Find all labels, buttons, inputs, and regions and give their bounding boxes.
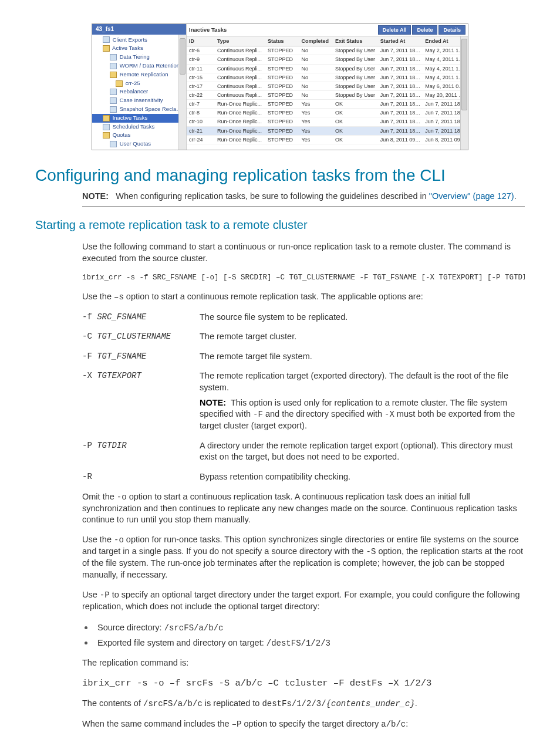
tree-item[interactable]: Quotas [92,131,186,140]
tree-item[interactable]: Case Insensitivity [92,96,186,105]
table-cell: Jun 7, 2011 18:3... [378,64,423,73]
nav-tree: 43_fs1 Client Exports Active Tasks Data … [92,24,187,150]
folder-icon [110,72,117,78]
table-cell: Stopped By User [333,73,378,82]
tree-item[interactable]: Active Tasks [92,44,186,53]
body-text: The replication command is: [82,657,525,669]
column-header[interactable]: Completed [299,36,333,46]
column-header[interactable]: ID [187,36,215,46]
table-cell: Continuous Repli... [215,46,265,55]
tree-item[interactable]: Scheduled Tasks [92,123,186,131]
table-cell: Continuous Repli... [215,73,265,82]
body-text: Use -P to specify an optional target dir… [82,589,525,612]
box-icon [103,36,110,43]
table-cell: No [299,73,333,82]
option-row: -RBypass retention compatibility checkin… [82,471,525,483]
body-text: Omit the -o option to start a continuous… [82,491,525,526]
panel-title: Inactive Tasks [189,26,227,34]
table-cell: Continuous Repli... [215,90,265,99]
table-cell: Stopped By User [333,90,378,99]
table-cell: STOPPED [265,55,299,64]
tree-item[interactable]: Rebalancer [92,87,186,96]
column-header[interactable]: Status [265,36,299,46]
column-header[interactable]: Exit Status [333,36,378,46]
column-header[interactable]: Type [215,36,265,46]
tree-item[interactable]: Snapshot Space Reclamation [92,105,186,114]
option-flag: -R [82,471,200,482]
tree-item[interactable]: crr-25 [92,79,186,88]
table-row[interactable]: ctr-10Run-Once Replic...STOPPEDYesOKJun … [187,117,468,126]
table-cell: Yes [299,135,333,144]
table-row[interactable]: ctr-15Continuous Repli...STOPPEDNoStoppe… [187,73,468,82]
table-cell: Run-Once Replic... [215,126,265,135]
table-row[interactable]: ctr-21Run-Once Replic...STOPPEDYesOKJun … [187,126,468,135]
tree-item[interactable]: Inactive Tasks [92,114,186,123]
table-row[interactable]: ctr-17Continuous Repli...STOPPEDNoStoppe… [187,82,468,90]
option-desc: A directory under the remote replication… [200,440,525,463]
table-row[interactable]: ctr-9Continuous Repli...STOPPEDNoStopped… [187,55,468,64]
box-icon [110,54,117,60]
section-heading: Configuring and managing replication tas… [35,164,525,187]
delete-button[interactable]: Delete [412,25,437,35]
table-cell: Jun 7, 2011 18:3... [378,90,423,99]
table-cell: Yes [299,109,333,117]
table-cell: ctr-21 [187,126,215,135]
tree-item[interactable]: Remote Replication [92,70,186,79]
table-row[interactable]: ctr-7Run-Once Replic...STOPPEDYesOKJun 7… [187,100,468,109]
option-desc: The remote replication target (exported … [200,370,525,431]
bullet-list: Source directory: /srcFS/a/b/cExported f… [94,621,525,649]
table-cell: Jun 7, 2011 18:3... [378,55,423,64]
table-cell: ctr-6 [187,46,215,55]
table-cell: OK [333,117,378,126]
overview-link[interactable]: "Overview" (page 127) [429,191,514,201]
tree-item[interactable]: User Quotas [92,140,186,148]
table-cell: Yes [299,126,333,135]
table-cell: Stopped By User [333,64,378,73]
table-row[interactable]: ctr-6Continuous Repli...STOPPEDNoStopped… [187,46,468,55]
tree-item[interactable]: Data Tiering [92,53,186,62]
table-cell: Jun 7, 2011 18:3... [378,73,423,82]
intro-paragraph: Use the following command to start a con… [82,241,525,264]
table-cell: ctr-22 [187,90,215,99]
folder-icon [103,115,110,121]
table-scrollbar[interactable] [460,36,468,149]
command-example: ibrix_crr -s -o –f srcFs -S a/b/c –C tcl… [82,677,525,690]
table-cell: OK [333,100,378,109]
table-cell: ctr-9 [187,55,215,64]
tasks-table[interactable]: IDTypeStatusCompletedExit StatusStarted … [187,36,468,144]
table-cell: Continuous Repli... [215,82,265,90]
option-desc: Bypass retention compatibility checking. [200,471,525,483]
table-cell: Continuous Repli... [215,55,265,64]
table-cell: OK [333,109,378,117]
table-row[interactable]: ctr-11Continuous Repli...STOPPEDNoStoppe… [187,64,468,73]
tree-item[interactable]: Client Exports [92,36,186,45]
box-icon [110,106,117,113]
table-cell: STOPPED [265,109,299,117]
table-row[interactable]: ctr-22Continuous Repli...STOPPEDNoStoppe… [187,90,468,99]
folder-icon [103,45,110,52]
subsection-heading: Starting a remote replication task to a … [35,217,525,233]
tree-scrollbar[interactable] [178,35,186,150]
option-desc: The remote target file system. [200,351,525,363]
table-row[interactable]: crr-24Run-Once Replic...STOPPEDYesOKJun … [187,135,468,144]
table-cell: Yes [299,100,333,109]
table-row[interactable]: ctr-8Run-Once Replic...STOPPEDYesOKJun 7… [187,109,468,117]
table-cell: No [299,46,333,55]
table-cell: ctr-8 [187,109,215,117]
column-header[interactable]: Started At [378,36,423,46]
table-cell: No [299,90,333,99]
delete-all-button[interactable]: Delete All [378,25,411,35]
body-text: Use the –s option to start a continuous … [82,291,525,303]
list-item: Source directory: /srcFS/a/b/c [94,621,525,634]
option-flag: -F TGT_FSNAME [82,351,200,362]
details-button[interactable]: Details [438,25,465,35]
option-flag: -X TGTEXPORT [82,370,200,382]
table-cell: Jun 8, 2011 09:5... [378,135,423,144]
box-icon [110,63,117,69]
table-cell: ctr-11 [187,64,215,73]
table-cell: No [299,82,333,90]
box-icon [110,141,117,147]
tree-item[interactable]: WORM / Data Retention [92,62,186,70]
table-cell: Jun 7, 2011 18:3... [378,109,423,117]
list-item: Exported file system and directory on ta… [94,636,525,649]
